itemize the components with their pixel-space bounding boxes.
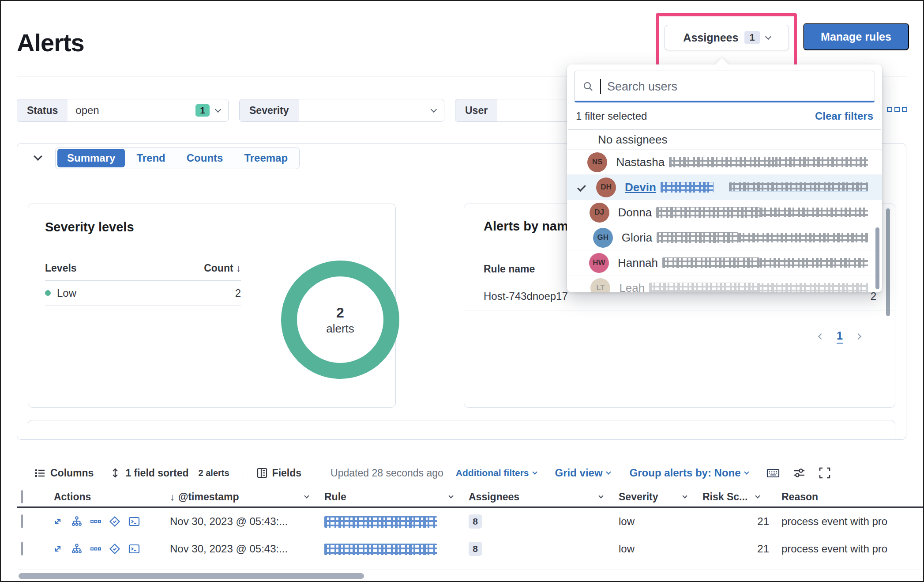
user-email-redacted — [738, 233, 868, 242]
chart-tab[interactable]: Trend — [127, 149, 175, 167]
next-page-icon[interactable] — [855, 333, 861, 340]
severity-levels-panel: Severity levels Levels Count ↓ Low 2 — [28, 204, 396, 408]
user-name: Gloria — [622, 231, 652, 245]
assignees-column-header[interactable]: Assignees — [469, 491, 519, 503]
keyboard-shortcuts-button[interactable] — [766, 466, 780, 480]
column-menu-icon[interactable] — [755, 493, 760, 498]
assignees-filter-button[interactable]: Assignees 1 — [665, 25, 789, 50]
more-actions-icon[interactable] — [90, 543, 101, 555]
rule-column-header[interactable]: Rule — [324, 491, 346, 503]
columns-icon — [34, 467, 46, 479]
expand-alert-icon[interactable] — [52, 516, 64, 527]
rule-name-value: Host-743dnoep17 — [484, 290, 568, 302]
previous-page-icon[interactable] — [818, 333, 824, 340]
search-placeholder: Search users — [607, 80, 677, 94]
chart-type-tabs: SummaryTrendCountsTreemap — [55, 147, 300, 169]
session-view-icon[interactable] — [109, 543, 121, 555]
reason-column-header[interactable]: Reason — [781, 491, 818, 503]
alert-timestamp: Nov 30, 2023 @ 05:43:... — [170, 515, 324, 528]
select-all-checkbox[interactable] — [21, 490, 23, 503]
user-email-redacted — [759, 258, 868, 268]
group-alerts-by-button[interactable]: Group alerts by: None — [630, 467, 748, 479]
assignee-option[interactable]: DJ Donna — [567, 200, 882, 225]
select-row-checkbox[interactable] — [21, 514, 23, 528]
alert-severity: low — [619, 543, 702, 555]
user-search-input[interactable]: Search users — [574, 71, 875, 102]
fields-button[interactable]: Fields — [256, 467, 301, 479]
assignee-option[interactable]: LT Leah — [567, 275, 882, 292]
chart-tab[interactable]: Summary — [57, 149, 125, 167]
more-actions-icon[interactable] — [90, 516, 101, 527]
timestamp-column-header[interactable]: @timestamp — [178, 491, 239, 503]
assignees-button-label: Assignees — [683, 31, 738, 44]
chevron-down-icon — [431, 106, 437, 112]
panel-scrollbar[interactable] — [886, 208, 890, 316]
risk-score-column-header[interactable]: Risk Sc... — [702, 491, 747, 503]
alert-risk-score: 21 — [702, 543, 775, 555]
column-menu-icon[interactable] — [682, 493, 687, 498]
alert-rule-name-redacted[interactable] — [324, 516, 437, 528]
assignee-option[interactable]: HW Hannah — [567, 250, 882, 275]
no-assignees-option[interactable]: No assignees — [567, 130, 882, 149]
assignees-count-badge[interactable]: 8 — [469, 542, 482, 556]
column-menu-icon[interactable] — [448, 493, 453, 498]
analyze-event-icon[interactable] — [71, 515, 83, 528]
user-email-redacted — [729, 182, 868, 192]
fullscreen-button[interactable] — [818, 466, 831, 480]
text-cursor — [600, 79, 601, 94]
severity-column-header[interactable]: Severity — [619, 491, 658, 503]
grid-view-button[interactable]: Grid view — [555, 467, 610, 479]
rule-name-column-header[interactable]: Rule name — [484, 263, 535, 275]
status-filter[interactable]: Status open 1 — [17, 99, 229, 122]
severity-level-label: Low — [57, 287, 76, 299]
severity-filter[interactable]: Severity — [239, 99, 444, 122]
column-menu-icon[interactable] — [304, 493, 309, 498]
sliders-icon — [793, 466, 806, 480]
investigate-in-timeline-icon[interactable] — [128, 515, 140, 528]
investigate-in-timeline-icon[interactable] — [128, 543, 140, 555]
filter-selected-summary: 1 filter selected — [576, 110, 647, 122]
sort-desc-icon: ↓ — [170, 491, 175, 503]
horizontal-scrollbar[interactable] — [19, 573, 364, 579]
additional-filters-button[interactable]: Additional filters — [456, 468, 537, 478]
chevron-down-icon — [532, 469, 537, 474]
column-menu-icon[interactable] — [598, 493, 603, 498]
severity-panel-title: Severity levels — [45, 220, 134, 234]
chevron-down-icon — [744, 469, 749, 474]
user-name: Donna — [618, 206, 652, 219]
expand-alert-icon[interactable] — [52, 543, 64, 555]
columns-button[interactable]: Columns — [34, 467, 94, 479]
analyze-event-icon[interactable] — [71, 543, 83, 555]
alert-risk-score: 21 — [702, 515, 775, 528]
alert-rule-name-redacted[interactable] — [324, 544, 437, 555]
alert-row: Nov 30, 2023 @ 05:43:... 8 low 21 proces… — [17, 508, 924, 535]
assignee-option[interactable]: GH Gloria — [567, 225, 882, 250]
select-row-checkbox[interactable] — [21, 542, 23, 556]
chevron-down-icon — [765, 33, 771, 39]
assignee-option[interactable]: DH Devin — [567, 174, 882, 200]
manage-rules-button[interactable]: Manage rules — [803, 23, 909, 50]
chart-tab[interactable]: Treemap — [234, 149, 297, 167]
search-icon — [582, 81, 594, 92]
user-name-redacted — [656, 207, 760, 218]
alert-reason: process event with pro — [775, 515, 924, 528]
page-number[interactable]: 1 — [837, 329, 843, 344]
alerts-table-header: Actions ↓@timestamp Rule Assignees Sever… — [17, 488, 924, 508]
user-name: Leah — [619, 281, 645, 293]
session-view-icon[interactable] — [109, 515, 121, 528]
clear-filters-link[interactable]: Clear filters — [815, 110, 873, 122]
alerts-count-label: 2 alerts — [199, 468, 229, 478]
chart-tab[interactable]: Counts — [177, 149, 233, 167]
sorted-fields-button[interactable]: 1 field sorted — [109, 467, 188, 479]
count-column-header[interactable]: Count — [204, 262, 233, 274]
user-name-redacted — [662, 257, 759, 268]
row-actions — [45, 543, 170, 555]
severity-color-dot — [45, 290, 51, 296]
status-filter-label: Status — [17, 99, 68, 121]
assignees-count-badge[interactable]: 8 — [469, 514, 482, 529]
display-options-button[interactable] — [793, 466, 806, 480]
user-list-scrollbar[interactable] — [875, 227, 879, 289]
more-filters-icon[interactable] — [887, 107, 907, 112]
assignee-option[interactable]: NS Nastasha — [567, 149, 882, 174]
collapse-section-icon[interactable] — [34, 152, 42, 161]
